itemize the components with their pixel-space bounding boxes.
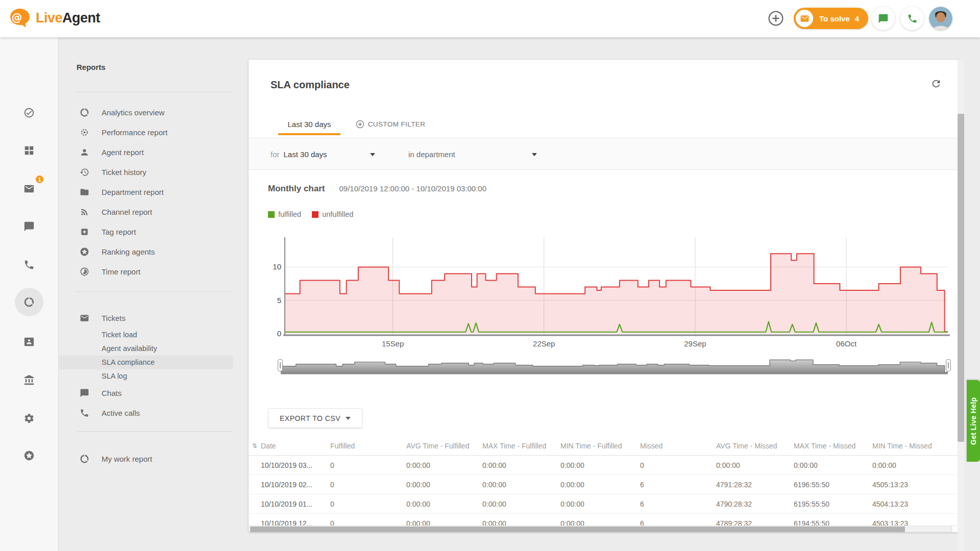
sidebar-item-ranking-agents[interactable]: Ranking agents (59, 242, 233, 262)
date-range-select[interactable]: for Last 30 days (271, 138, 375, 170)
sidebar-item-my-work-report[interactable]: My work report (59, 449, 233, 469)
sidebar-item-sla-log[interactable]: SLA log (59, 369, 233, 383)
tab-custom-filter[interactable]: CUSTOM FILTER (352, 113, 429, 135)
vertical-scrollbar[interactable] (958, 60, 964, 551)
sidebar-item-time-report[interactable]: Time report (59, 262, 233, 282)
sidebar-divider (77, 92, 233, 92)
stars-icon (23, 450, 35, 461)
sidebar-item-agent-report[interactable]: Agent report (59, 142, 233, 162)
liveagent-logo[interactable]: @ LiveAgent (8, 6, 100, 30)
sidebar-group-active-calls[interactable]: Active calls (59, 403, 233, 423)
table-cell: 0:00:00 (406, 461, 482, 469)
refresh-icon[interactable] (930, 78, 942, 91)
brand-text: LiveAgent (36, 10, 100, 26)
column-header-date[interactable]: ⇅Date (261, 442, 330, 450)
table-row[interactable]: 10/10/2019 03...00:00:000:00:000:00:0000… (249, 456, 960, 475)
column-header-min-time-missed[interactable]: MIN Time - Missed (872, 442, 960, 450)
table-cell: 10/10/2019 01... (261, 500, 330, 508)
sidebar-group-tickets[interactable]: Tickets (59, 308, 233, 328)
rail-item-calls[interactable] (18, 254, 40, 276)
chevron-down-icon (370, 153, 375, 156)
table-cell: 0:00:00 (560, 461, 640, 469)
column-header-min-time-fulfilled[interactable]: MIN Time - Fulfilled (560, 442, 640, 450)
table-cell: 10/10/2019 03... (261, 461, 330, 469)
sidebar-item-ticket-load[interactable]: Ticket load (59, 328, 233, 342)
rail-item-tasks[interactable] (18, 102, 40, 124)
sidebar-item-performance-report[interactable]: Performance report (59, 122, 233, 142)
legend-item-unfulfilled: unfulfilled (312, 210, 353, 218)
rail-item-dashboard[interactable] (18, 139, 40, 162)
sidebar-item-department-report[interactable]: Department report (59, 182, 233, 202)
column-header-max-time-fulfilled[interactable]: MAX Time - Fulfilled (482, 442, 560, 450)
legend-swatch (312, 211, 318, 218)
table-cell: 0:00:00 (560, 500, 640, 508)
rail-item-settings[interactable] (18, 407, 40, 430)
phone-icon (23, 259, 35, 270)
phone-button[interactable] (900, 7, 924, 30)
folder-icon (80, 187, 89, 197)
chart-title: Monthly chart (268, 184, 325, 194)
avatar-image (929, 7, 952, 30)
rail-item-tickets[interactable]: 1 (18, 178, 40, 200)
sidebar-group-chats[interactable]: Chats (59, 383, 233, 403)
vertical-scrollbar-thumb[interactable] (958, 114, 964, 442)
horizontal-scrollbar-thumb[interactable] (250, 527, 905, 532)
sla-table: ⇅DateFulfilledAVG Time - FulfilledMAX Ti… (249, 437, 960, 532)
column-header-fulfilled[interactable]: Fulfilled (330, 442, 406, 450)
sidebar-divider (77, 431, 233, 432)
sort-icon[interactable]: ⇅ (252, 442, 257, 449)
pluscircle-icon (768, 10, 784, 27)
table-row[interactable]: 10/10/2019 02...00:00:000:00:000:00:0064… (249, 475, 960, 494)
get-live-help-button[interactable]: Get Live Help (967, 380, 980, 462)
sidebar-item-channel-report[interactable]: Channel report (59, 202, 233, 222)
sidebar-item-analytics-overview[interactable]: Analytics overview (59, 103, 233, 122)
rail-item-chats[interactable] (18, 215, 40, 238)
sidebar-item-tag-report[interactable]: Tag report (59, 222, 233, 242)
department-select[interactable]: in department (408, 138, 537, 170)
table-cell: 0 (640, 461, 716, 469)
svg-text:0: 0 (277, 329, 281, 338)
refresh-icon (930, 78, 942, 89)
phone-icon (80, 408, 89, 418)
table-cell: 4791:28:32 (716, 481, 794, 489)
range-slider-left-handle[interactable] (278, 359, 283, 371)
svg-text:29Sep: 29Sep (684, 339, 706, 348)
liveagent-logo-icon: @ (8, 6, 32, 30)
svg-text:15Sep: 15Sep (382, 339, 404, 348)
table-cell: 0:00:00 (716, 461, 794, 469)
column-header-missed[interactable]: Missed (640, 442, 716, 450)
column-header-avg-time-missed[interactable]: AVG Time - Missed (716, 442, 794, 450)
table-cell: 4505:13:23 (872, 481, 960, 489)
column-header-max-time-missed[interactable]: MAX Time - Missed (794, 442, 872, 450)
top-bar: @ LiveAgent To solve 4 (0, 0, 980, 37)
plus-circle-icon (356, 120, 364, 129)
export-to-csv-button[interactable]: EXPORT TO CSV (268, 408, 362, 428)
table-cell: 0:00:00 (406, 500, 482, 508)
user-avatar[interactable] (929, 7, 952, 30)
for-value: Last 30 days (284, 150, 327, 159)
range-slider-right-handle[interactable] (946, 359, 951, 371)
chart-range-slider[interactable] (281, 357, 948, 374)
export-to-csv-label: EXPORT TO CSV (280, 414, 340, 422)
rail-item-addons[interactable] (18, 444, 40, 467)
bank-icon (23, 374, 35, 386)
sidebar-item-sla-compliance[interactable]: SLA compliance (59, 356, 233, 369)
tab-last-30-days[interactable]: Last 30 days (278, 113, 340, 135)
rss-icon (80, 207, 89, 217)
rail-item-contacts[interactable] (18, 331, 40, 353)
to-solve-button[interactable]: To solve 4 (794, 8, 868, 29)
table-cell: 0 (330, 481, 406, 489)
svg-text:5: 5 (277, 296, 281, 305)
sidebar-item-agent-availability[interactable]: Agent availability (59, 342, 233, 356)
sidebar-item-ticket-history[interactable]: Ticket history (59, 162, 233, 182)
column-header-avg-time-fulfilled[interactable]: AVG Time - Fulfilled (406, 442, 482, 450)
rail-item-company[interactable] (18, 369, 40, 391)
table-body: 10/10/2019 03...00:00:000:00:000:00:0000… (249, 456, 960, 532)
chevron-down-icon (346, 417, 351, 420)
add-button[interactable] (764, 7, 788, 30)
chat-button[interactable] (871, 7, 895, 30)
horizontal-scrollbar[interactable] (249, 525, 960, 532)
sla-compliance-chart: 15Sep22Sep29Sep06Oct0510 (268, 233, 957, 353)
table-row[interactable]: 10/10/2019 01...00:00:000:00:000:00:0064… (249, 494, 960, 514)
rail-item-reports[interactable] (18, 291, 40, 313)
